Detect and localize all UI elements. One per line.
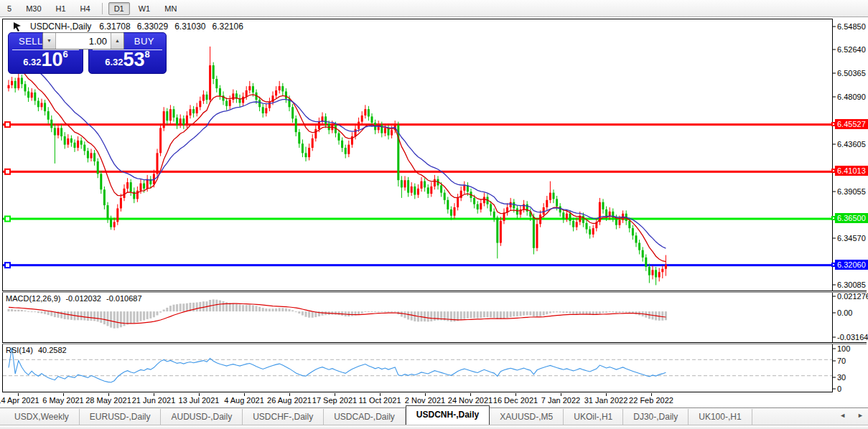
price-tick-label: 6.54850 [837, 22, 866, 31]
rsi-line [9, 348, 666, 383]
timeframe-button-d1[interactable]: D1 [108, 2, 130, 15]
rsi-value: 40.2582 [38, 346, 67, 354]
badge-handle[interactable] [831, 263, 836, 267]
price-tick-label: 6.48090 [837, 93, 866, 101]
chart-tab-usdcad-daily[interactable]: USDCAD-,Daily [324, 409, 406, 425]
timeframe-button-h4[interactable]: H4 [75, 2, 96, 15]
toolbar-separator [102, 3, 103, 14]
chart-tab-usdchf-daily[interactable]: USDCHF-,Daily [243, 409, 324, 425]
price-axis[interactable]: 6.548506.526406.503656.480906.436056.390… [833, 19, 867, 291]
tab-scroll-left-icon[interactable]: ◄ [839, 412, 846, 419]
timeframe-button-mn[interactable]: MN [159, 2, 182, 15]
chart-window: USDCNH-,Daily 6.31708 6.33029 6.31030 6.… [2, 19, 867, 407]
rsi-label-row: RSI(14) 40.2582 [6, 346, 67, 354]
macd-label: MACD(12,26,9) [6, 294, 60, 303]
chart-tab-uk100-h1[interactable]: UK100-,H1 [689, 409, 752, 425]
date-label: 13 Jul 2021 [179, 396, 220, 405]
rsi-tick [833, 377, 836, 377]
rsi-tick [833, 389, 836, 390]
volume-increase-button[interactable]: ▲ [111, 33, 123, 49]
chart-tab-usdx-weekly[interactable]: USDX,Weekly [4, 409, 80, 425]
date-label: 4 Aug 2021 [224, 396, 264, 405]
chart-tab-eurusd-daily[interactable]: EURUSD-,Daily [80, 409, 162, 425]
candles-layer [8, 47, 667, 286]
sell-price-sup: 6 [63, 49, 68, 60]
rsi-tick-label: 30 [837, 373, 846, 382]
price-tick [833, 285, 836, 286]
rsi-tick-label: 0 [837, 385, 841, 393]
buy-price-base: 6.32 [105, 57, 123, 67]
timeframe-button-w1[interactable]: W1 [133, 2, 157, 15]
buy-price[interactable]: 6.32538 [89, 49, 166, 71]
buy-button[interactable]: BUY [134, 36, 154, 47]
price-level-badge[interactable]: 6.36500 [835, 213, 868, 223]
price-tick-label: 6.52640 [837, 45, 866, 54]
macd-tick-label: 0.021276 [837, 292, 868, 301]
line-handle[interactable] [5, 122, 10, 127]
price-tick [833, 238, 836, 239]
date-label: 7 Jan 2022 [541, 396, 580, 405]
status-strip [0, 425, 868, 429]
rsi-tick [833, 349, 836, 349]
sell-price[interactable]: 6.32106 [9, 49, 83, 71]
low-value: 6.31030 [174, 22, 205, 32]
chart-tab-ukoil-h1[interactable]: UKOil-,H1 [564, 409, 623, 425]
chart-tab-dj30-daily[interactable]: DJ30-,Daily [623, 409, 689, 425]
rsi-pane[interactable]: RSI(14) 40.2582 [2, 344, 833, 392]
date-label: 26 Aug 2021 [267, 396, 312, 405]
volume-decrease-button[interactable]: ▼ [43, 33, 56, 49]
sell-price-base: 6.32 [23, 57, 41, 67]
date-label: 6 May 2021 [42, 396, 83, 405]
volume-control: ▼ ▲ [42, 32, 124, 50]
symbol-period-label: USDCNH-,Daily [30, 22, 91, 32]
sell-button[interactable]: SELL [19, 36, 43, 47]
price-tick-label: 6.34570 [837, 234, 866, 242]
price-tick-label: 6.39055 [837, 187, 866, 196]
date-label: 16 Dec 2021 [493, 396, 538, 405]
horizontal-level-lines[interactable] [3, 122, 832, 268]
badge-handle[interactable] [831, 216, 836, 220]
rsi-tick-label: 70 [837, 357, 846, 365]
price-level-badge[interactable]: 6.32060 [835, 260, 868, 270]
date-label: 21 Jun 2021 [132, 396, 176, 405]
date-label: 24 Nov 2021 [448, 396, 493, 405]
rsi-tick-label: 100 [837, 344, 850, 353]
tab-scroll-right-icon[interactable]: ► [857, 412, 864, 419]
macd-pane[interactable]: MACD(12,26,9) -0.012032 -0.010687 [2, 293, 833, 342]
macd-axis: 0.0212760.00-0.031644 [833, 293, 867, 342]
rsi-chart [3, 344, 832, 391]
ema-10-line [9, 56, 666, 261]
buy-price-big: 53 [123, 49, 145, 70]
timeframe-button-h1[interactable]: H1 [50, 2, 72, 15]
date-label: 22 Feb 2022 [629, 396, 673, 405]
line-handle[interactable] [5, 263, 10, 268]
tab-scroll-arrows: ◄ ► [839, 412, 864, 419]
badge-handle[interactable] [831, 122, 836, 126]
price-tick [833, 73, 836, 74]
date-label: 31 Jan 2022 [584, 396, 628, 405]
date-label: 14 Apr 2021 [0, 396, 39, 405]
line-handle[interactable] [5, 169, 10, 174]
timeframe-button-m30[interactable]: M30 [20, 2, 47, 15]
one-click-trading-panel: SELL 6.32106 BUY 6.32538 ▼ ▲ [8, 32, 167, 74]
price-tick [833, 143, 836, 144]
price-level-badge[interactable]: 6.41013 [835, 166, 868, 176]
rsi-axis: 10070300 [833, 344, 867, 392]
timeframe-button-5[interactable]: 5 [1, 2, 17, 15]
macd-tick [833, 313, 836, 314]
chart-tab-xauusd-m5[interactable]: XAUUSD-,M5 [490, 409, 564, 425]
chart-tab-usdcnh-daily[interactable]: USDCNH-,Daily [406, 405, 490, 425]
chart-tab-audusd-daily[interactable]: AUDUSD-,Daily [161, 409, 243, 425]
price-tick [833, 97, 836, 98]
date-label: 2 Nov 2021 [405, 396, 445, 405]
line-handle[interactable] [5, 217, 10, 222]
cursor-arrow-icon [13, 22, 22, 32]
timeframe-toolbar: 5M30H1H4D1W1MN [0, 0, 868, 17]
badge-handle[interactable] [831, 169, 836, 173]
macd-tick-label: -0.031644 [837, 333, 868, 341]
price-chart-pane[interactable]: USDCNH-,Daily 6.31708 6.33029 6.31030 6.… [2, 19, 833, 291]
volume-input[interactable] [56, 33, 111, 49]
high-value: 6.33029 [137, 22, 168, 32]
price-level-badge[interactable]: 6.45527 [835, 119, 868, 129]
open-value: 6.31708 [99, 22, 130, 32]
